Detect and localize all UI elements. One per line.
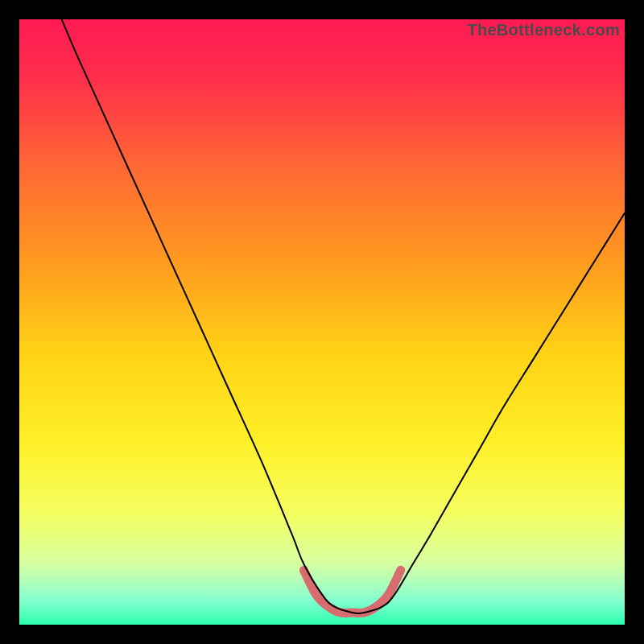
plot-area: TheBottleneck.com [19, 19, 625, 625]
bottleneck-chart: TheBottleneck.com [0, 0, 644, 644]
plot-svg [19, 19, 625, 625]
watermark-text: TheBottleneck.com [467, 21, 620, 39]
gradient-background [19, 19, 625, 625]
